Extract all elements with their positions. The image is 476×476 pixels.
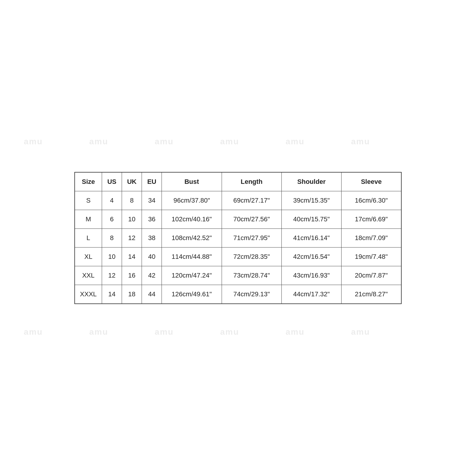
header-us: US: [102, 172, 122, 191]
cell-size: XXL: [75, 266, 102, 285]
cell-bust: 102cm/40.16": [162, 210, 222, 229]
header-length: Length: [222, 172, 281, 191]
cell-us: 4: [102, 191, 122, 210]
table-header-row: Size US UK EU Bust Length Shoulder Sleev…: [75, 172, 401, 191]
watermark-6: amu: [351, 137, 370, 146]
cell-size: XXXL: [75, 285, 102, 304]
header-bust: Bust: [162, 172, 222, 191]
cell-shoulder: 42cm/16.54": [281, 248, 341, 266]
watermark-9: amu: [155, 327, 174, 337]
cell-uk: 14: [122, 248, 142, 266]
header-shoulder: Shoulder: [281, 172, 341, 191]
cell-eu: 40: [142, 248, 162, 266]
cell-eu: 36: [142, 210, 162, 229]
cell-bust: 120cm/47.24": [162, 266, 222, 285]
cell-bust: 126cm/49.61": [162, 285, 222, 304]
header-eu: EU: [142, 172, 162, 191]
cell-us: 8: [102, 229, 122, 248]
cell-shoulder: 43cm/16.93": [281, 266, 341, 285]
watermark-8: amu: [89, 327, 108, 337]
cell-length: 73cm/28.74": [222, 266, 281, 285]
table-row: L81238108cm/42.52"71cm/27.95"41cm/16.14"…: [75, 229, 401, 248]
cell-length: 71cm/27.95": [222, 229, 281, 248]
size-chart-table: Size US UK EU Bust Length Shoulder Sleev…: [74, 172, 402, 304]
cell-uk: 10: [122, 210, 142, 229]
size-chart-wrapper: Size US UK EU Bust Length Shoulder Sleev…: [74, 172, 402, 304]
cell-eu: 44: [142, 285, 162, 304]
header-size: Size: [75, 172, 102, 191]
cell-bust: 108cm/42.52": [162, 229, 222, 248]
table-row: M61036102cm/40.16"70cm/27.56"40cm/15.75"…: [75, 210, 401, 229]
cell-eu: 34: [142, 191, 162, 210]
cell-sleeve: 20cm/7.87": [342, 266, 401, 285]
cell-sleeve: 16cm/6.30": [342, 191, 401, 210]
cell-shoulder: 44cm/17.32": [281, 285, 341, 304]
cell-uk: 8: [122, 191, 142, 210]
cell-uk: 18: [122, 285, 142, 304]
cell-length: 70cm/27.56": [222, 210, 281, 229]
cell-shoulder: 41cm/16.14": [281, 229, 341, 248]
watermark-5: amu: [286, 137, 305, 146]
cell-eu: 38: [142, 229, 162, 248]
table-row: S483496cm/37.80"69cm/27.17"39cm/15.35"16…: [75, 191, 401, 210]
watermark-4: amu: [220, 137, 239, 146]
watermark-12: amu: [351, 327, 370, 337]
cell-sleeve: 18cm/7.09": [342, 229, 401, 248]
cell-shoulder: 39cm/15.35": [281, 191, 341, 210]
header-sleeve: Sleeve: [342, 172, 401, 191]
cell-shoulder: 40cm/15.75": [281, 210, 341, 229]
header-uk: UK: [122, 172, 142, 191]
cell-size: M: [75, 210, 102, 229]
cell-bust: 96cm/37.80": [162, 191, 222, 210]
table-row: XXL121642120cm/47.24"73cm/28.74"43cm/16.…: [75, 266, 401, 285]
cell-size: XL: [75, 248, 102, 266]
cell-sleeve: 17cm/6.69": [342, 210, 401, 229]
table-row: XL101440114cm/44.88"72cm/28.35"42cm/16.5…: [75, 248, 401, 266]
watermark-2: amu: [89, 137, 108, 146]
cell-us: 14: [102, 285, 122, 304]
cell-uk: 12: [122, 229, 142, 248]
cell-us: 6: [102, 210, 122, 229]
cell-us: 10: [102, 248, 122, 266]
watermark-11: amu: [286, 327, 305, 337]
cell-us: 12: [102, 266, 122, 285]
cell-length: 74cm/29.13": [222, 285, 281, 304]
cell-length: 69cm/27.17": [222, 191, 281, 210]
cell-bust: 114cm/44.88": [162, 248, 222, 266]
watermark-7: amu: [24, 327, 43, 337]
cell-sleeve: 21cm/8.27": [342, 285, 401, 304]
table-row: XXXL141844126cm/49.61"74cm/29.13"44cm/17…: [75, 285, 401, 304]
cell-size: S: [75, 191, 102, 210]
page-container: amu amu amu amu amu amu amu amu amu amu …: [0, 0, 476, 476]
cell-sleeve: 19cm/7.48": [342, 248, 401, 266]
cell-uk: 16: [122, 266, 142, 285]
cell-eu: 42: [142, 266, 162, 285]
cell-length: 72cm/28.35": [222, 248, 281, 266]
cell-size: L: [75, 229, 102, 248]
watermark-3: amu: [155, 137, 174, 146]
watermark-1: amu: [24, 137, 43, 146]
watermark-10: amu: [220, 327, 239, 337]
